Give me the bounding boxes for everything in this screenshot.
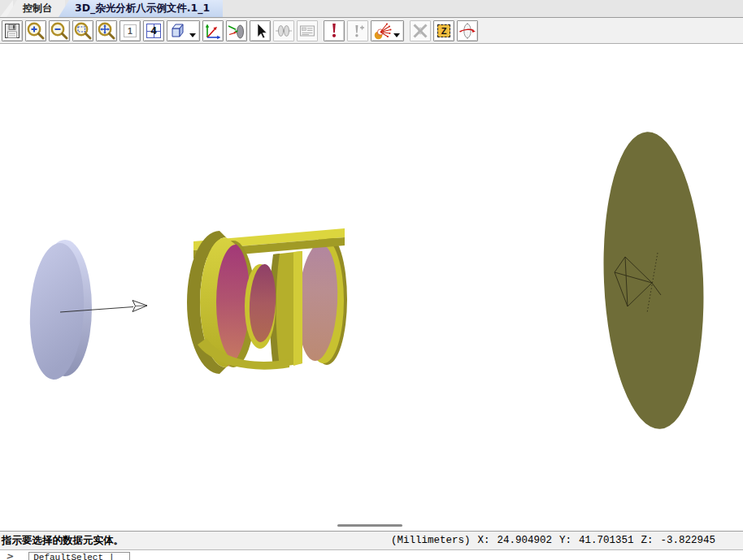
y-label: Y:	[559, 535, 571, 546]
z-value: -3.822945	[660, 535, 715, 546]
cube-icon	[168, 21, 188, 41]
prompt-arrow-icon: >	[6, 552, 15, 560]
spin-view-button[interactable]	[457, 20, 478, 41]
lens-arrow-icon	[227, 21, 246, 41]
magnifier-window-icon	[73, 21, 93, 41]
detector-disc[interactable]	[597, 130, 710, 432]
zoom-extents-button[interactable]	[96, 20, 117, 41]
units-label: (Millimeters)	[391, 535, 471, 546]
quad-view-label: 4	[147, 24, 160, 37]
toolbar: 1 4	[0, 18, 743, 44]
single-view-button[interactable]: 1	[119, 20, 141, 41]
command-text: DefaultSelect	[33, 553, 103, 560]
abort-add-button	[347, 20, 368, 41]
trace-rays-dropdown-icon[interactable]	[393, 33, 400, 37]
tab-console-label: 控制台	[23, 2, 52, 15]
floppy-icon	[2, 21, 22, 41]
select-button[interactable]	[250, 20, 271, 41]
z-label: Z:	[641, 535, 653, 546]
lens-barrel[interactable]	[187, 228, 347, 374]
scene-3d	[0, 44, 743, 531]
command-input[interactable]: DefaultSelect |	[28, 552, 130, 560]
view-cube-button[interactable]	[167, 20, 200, 41]
hide-rays-button	[410, 20, 431, 41]
zoom-out-button[interactable]	[49, 20, 70, 41]
magnifier-plus-icon	[26, 21, 46, 41]
single-view-label: 1	[124, 24, 137, 37]
tab-3d-view-label: 3D_杂光分析八示例文件.1_1	[75, 2, 210, 15]
ray-fan-icon	[372, 21, 392, 41]
magnifier-minus-icon	[50, 21, 69, 41]
application-window: 控制台 3D_杂光分析八示例文件.1_1	[0, 0, 743, 560]
lens-rotate-icon	[458, 21, 477, 41]
view-cube-dropdown-icon[interactable]	[189, 33, 196, 37]
text-caret: |	[109, 553, 115, 560]
cursor-icon	[250, 21, 270, 41]
datasheet-button	[297, 20, 318, 41]
cursor-coordinates: (Millimeters) X: 24.904902 Y: 41.701351 …	[391, 535, 715, 546]
x-label: X:	[477, 535, 489, 546]
trace-rays-button[interactable]	[371, 20, 404, 41]
save-button[interactable]	[2, 20, 23, 41]
z-clip-button[interactable]: Z	[433, 20, 454, 41]
datasheet-icon	[298, 21, 317, 41]
command-line: > DefaultSelect |	[0, 549, 743, 560]
axes-icon	[203, 21, 223, 41]
z-clip-label: Z	[437, 24, 451, 37]
axes-button[interactable]	[202, 20, 224, 41]
status-bar: 指示要选择的数据元实体。 (Millimeters) X: 24.904902 …	[0, 531, 743, 549]
tab-bar: 控制台 3D_杂光分析八示例文件.1_1	[0, 0, 743, 18]
splitter-handle[interactable]	[337, 524, 402, 527]
tab-console[interactable]: 控制台	[7, 0, 65, 17]
status-message: 指示要选择的数据元实体。	[2, 534, 124, 548]
viewport-3d[interactable]	[0, 44, 743, 531]
crossed-rays-icon	[411, 21, 430, 41]
zoom-window-button[interactable]	[72, 20, 93, 41]
exclamation-icon	[324, 21, 344, 41]
magnifier-pan-icon	[97, 21, 116, 41]
abort-button[interactable]	[324, 20, 345, 41]
zoom-in-button[interactable]	[25, 20, 46, 41]
orient-view-button[interactable]	[226, 20, 247, 41]
exclamation-plus-icon	[348, 21, 367, 41]
lens-pair-icon	[274, 21, 293, 41]
quad-view-button[interactable]: 4	[143, 20, 164, 41]
quad-view-grid-icon: 4	[146, 24, 161, 38]
lens-pair-button	[273, 20, 294, 41]
y-value: 41.701351	[579, 535, 634, 546]
x-value: 24.904902	[497, 535, 552, 546]
tab-3d-view[interactable]: 3D_杂光分析八示例文件.1_1	[59, 0, 223, 17]
